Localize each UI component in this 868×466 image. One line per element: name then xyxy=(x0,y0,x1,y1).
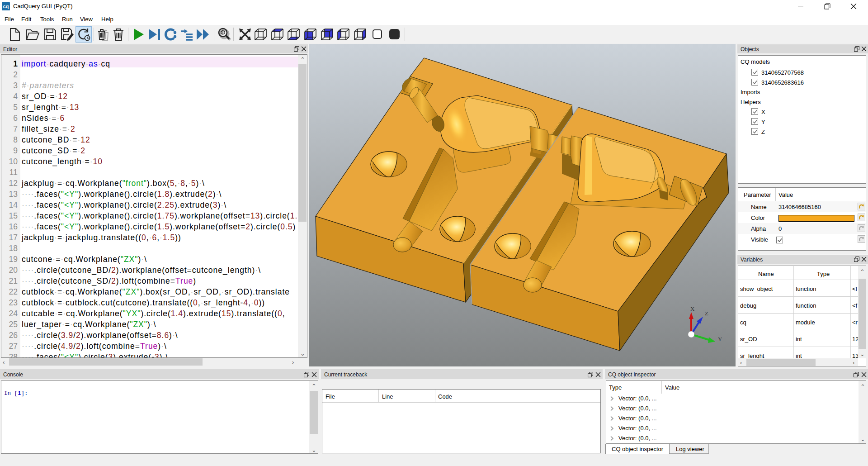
svg-text:Y: Y xyxy=(718,336,722,342)
svg-text:X: X xyxy=(690,305,695,312)
svg-text:Z: Z xyxy=(705,310,708,317)
